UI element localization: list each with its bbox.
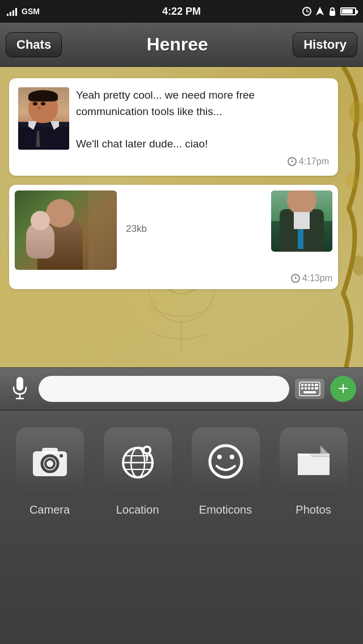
lock-status-icon bbox=[328, 6, 337, 16]
clock-status-icon bbox=[302, 6, 312, 16]
location-icon bbox=[117, 441, 158, 482]
photo-secondary bbox=[271, 190, 332, 252]
nav-bar: Chats Henree History bbox=[0, 23, 363, 67]
signal-bar-3 bbox=[12, 10, 14, 16]
svg-rect-29 bbox=[42, 448, 58, 454]
location-icon-bg bbox=[104, 427, 172, 495]
emoticons-icon bbox=[205, 441, 246, 482]
emoticons-icon-bg bbox=[192, 427, 260, 495]
svg-rect-11 bbox=[16, 377, 23, 391]
svg-rect-16 bbox=[305, 384, 307, 386]
svg-point-40 bbox=[230, 455, 234, 459]
photos-label: Photos bbox=[296, 503, 331, 516]
message-content-1: Yeah pretty cool... we need more free co… bbox=[76, 87, 329, 167]
photo-row: 23kb bbox=[15, 190, 332, 270]
svg-rect-4 bbox=[330, 11, 335, 16]
svg-rect-21 bbox=[305, 387, 307, 389]
camera-icon bbox=[29, 441, 70, 482]
svg-point-38 bbox=[210, 446, 242, 477]
photos-icon-bg bbox=[280, 427, 348, 495]
svg-point-37 bbox=[145, 448, 149, 452]
svg-rect-41 bbox=[298, 454, 330, 456]
signal-bar-4 bbox=[15, 8, 17, 16]
clock-icon-1 bbox=[288, 157, 297, 166]
signal-bars bbox=[7, 7, 17, 16]
signal-bar-2 bbox=[10, 12, 11, 16]
message-bubble-1: Yeah pretty cool... we need more free co… bbox=[9, 78, 338, 176]
chat-area: Yeah pretty cool... we need more free co… bbox=[0, 67, 363, 367]
keyboard-icon bbox=[299, 382, 320, 396]
history-button[interactable]: History bbox=[293, 32, 357, 57]
message-text-1: Yeah pretty cool... we need more free co… bbox=[76, 87, 329, 152]
svg-line-2 bbox=[307, 11, 309, 12]
svg-marker-3 bbox=[316, 7, 324, 15]
svg-rect-19 bbox=[315, 384, 318, 386]
photos-action-item[interactable]: Photos bbox=[274, 427, 353, 516]
message-bubble-2: 23kb bbox=[9, 185, 338, 289]
status-time: 4:22 PM bbox=[162, 6, 201, 18]
chats-button[interactable]: Chats bbox=[6, 32, 62, 57]
emoticons-label: Emoticons bbox=[199, 503, 252, 516]
clock-icon-2 bbox=[291, 274, 300, 283]
location-status-icon bbox=[315, 6, 324, 16]
status-left: GSM bbox=[7, 7, 40, 16]
svg-rect-18 bbox=[311, 384, 314, 386]
add-icon: + bbox=[338, 379, 349, 397]
action-bar: Camera Location bbox=[0, 410, 363, 644]
photos-icon bbox=[293, 441, 334, 482]
avatar-1 bbox=[18, 87, 69, 150]
camera-icon-bg bbox=[16, 427, 84, 495]
messages-container: Yeah pretty cool... we need more free co… bbox=[0, 67, 363, 367]
add-button[interactable]: + bbox=[330, 376, 356, 402]
message-input[interactable] bbox=[39, 376, 289, 402]
mic-button[interactable] bbox=[7, 376, 33, 402]
mic-icon bbox=[11, 377, 28, 401]
svg-rect-15 bbox=[301, 384, 303, 386]
emoticons-action-item[interactable]: Emoticons bbox=[186, 427, 265, 516]
svg-rect-20 bbox=[301, 387, 303, 389]
battery-icon bbox=[340, 7, 356, 15]
location-label: Location bbox=[116, 503, 159, 516]
status-bar: GSM 4:22 PM bbox=[0, 0, 363, 23]
camera-label: Camera bbox=[29, 503, 70, 516]
svg-rect-25 bbox=[303, 391, 316, 393]
photo-size: 23kb bbox=[124, 221, 264, 237]
keyboard-button[interactable] bbox=[295, 379, 324, 399]
svg-point-39 bbox=[217, 455, 222, 459]
photo-text-area: 23kb bbox=[121, 190, 267, 239]
carrier-label: GSM bbox=[22, 7, 40, 16]
signal-bar-1 bbox=[7, 14, 9, 16]
location-action-item[interactable]: Location bbox=[98, 427, 178, 516]
svg-rect-24 bbox=[315, 387, 318, 389]
input-bar: + bbox=[0, 367, 363, 410]
page-title: Henree bbox=[146, 34, 208, 55]
photo-main bbox=[15, 190, 117, 270]
svg-point-30 bbox=[60, 454, 63, 457]
status-icons bbox=[302, 6, 356, 16]
svg-rect-17 bbox=[308, 384, 310, 386]
message-time-1: 4:17pm bbox=[76, 156, 329, 167]
action-icons-row: Camera Location bbox=[0, 427, 363, 516]
svg-rect-22 bbox=[308, 387, 310, 389]
message-time-2: 4:13pm bbox=[15, 273, 332, 283]
camera-action-item[interactable]: Camera bbox=[10, 427, 90, 516]
svg-rect-23 bbox=[311, 387, 314, 389]
